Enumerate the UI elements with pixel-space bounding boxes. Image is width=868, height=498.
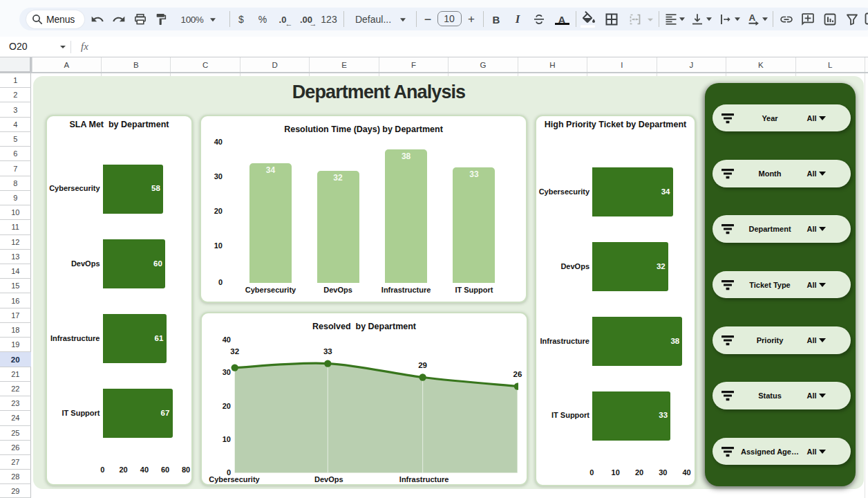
svg-text:A: A <box>749 12 756 23</box>
